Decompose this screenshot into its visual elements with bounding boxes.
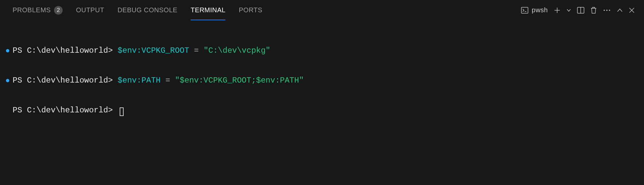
line-marker-icon xyxy=(6,49,9,52)
terminal-line: PS C:\dev\helloworld> $env:VCPKG_ROOT = … xyxy=(6,46,644,56)
chevron-up-icon xyxy=(617,8,623,13)
close-icon xyxy=(629,7,635,13)
ellipsis-icon xyxy=(603,9,611,12)
tab-label: TERMINAL xyxy=(191,6,225,14)
bottom-panel: PROBLEMS 2 OUTPUT DEBUG CONSOLE TERMINAL… xyxy=(0,0,644,185)
terminal-view[interactable]: PS C:\dev\helloworld> $env:VCPKG_ROOT = … xyxy=(0,21,644,185)
chevron-down-icon xyxy=(566,8,571,13)
tab-ports[interactable]: PORTS xyxy=(239,0,262,20)
tab-label: DEBUG CONSOLE xyxy=(117,6,177,14)
command-variable: $env:PATH xyxy=(118,76,161,86)
tab-label: PROBLEMS xyxy=(13,6,51,14)
split-terminal-button[interactable] xyxy=(577,7,584,14)
prompt: PS C:\dev\helloworld> xyxy=(13,105,118,115)
panel-tab-bar: PROBLEMS 2 OUTPUT DEBUG CONSOLE TERMINAL… xyxy=(0,0,644,21)
trash-icon xyxy=(590,7,597,14)
split-icon xyxy=(577,7,584,14)
more-actions-button[interactable] xyxy=(603,9,611,12)
command-variable: $env:VCPKG_ROOT xyxy=(118,46,189,56)
tab-terminal[interactable]: TERMINAL xyxy=(191,0,225,20)
panel-tabs: PROBLEMS 2 OUTPUT DEBUG CONSOLE TERMINAL… xyxy=(13,0,263,20)
tab-output[interactable]: OUTPUT xyxy=(76,0,104,20)
new-terminal-button[interactable] xyxy=(554,7,560,14)
terminal-icon xyxy=(521,7,528,14)
command-string: "$env:VCPKG_ROOT;$env:PATH" xyxy=(175,76,304,86)
new-terminal-dropdown[interactable] xyxy=(566,8,571,13)
terminal-shell-selector[interactable]: pwsh xyxy=(521,6,548,14)
shell-name: pwsh xyxy=(532,6,548,14)
prompt: PS C:\dev\helloworld> xyxy=(13,76,118,86)
terminal-line: PS C:\dev\helloworld> xyxy=(6,105,644,115)
svg-rect-0 xyxy=(521,7,528,13)
plus-icon xyxy=(554,7,560,14)
prompt: PS C:\dev\helloworld> xyxy=(13,46,118,56)
kill-terminal-button[interactable] xyxy=(590,7,597,14)
command-operator: = xyxy=(160,76,175,86)
tab-problems[interactable]: PROBLEMS 2 xyxy=(13,0,63,20)
command-string: "C:\dev\vcpkg" xyxy=(204,46,270,56)
command-operator: = xyxy=(189,46,204,56)
close-panel-button[interactable] xyxy=(629,7,635,13)
terminal-line: PS C:\dev\helloworld> $env:PATH = "$env:… xyxy=(6,76,644,86)
maximize-panel-button[interactable] xyxy=(617,8,623,13)
tab-label: OUTPUT xyxy=(76,6,104,14)
cursor-icon xyxy=(120,107,124,116)
problems-badge: 2 xyxy=(54,6,63,15)
terminal-actions: pwsh xyxy=(521,6,635,14)
line-marker-icon xyxy=(6,79,9,82)
tab-label: PORTS xyxy=(239,6,262,14)
svg-point-7 xyxy=(606,10,608,11)
svg-point-8 xyxy=(609,10,610,11)
svg-point-6 xyxy=(604,10,605,11)
tab-debug-console[interactable]: DEBUG CONSOLE xyxy=(117,0,177,20)
